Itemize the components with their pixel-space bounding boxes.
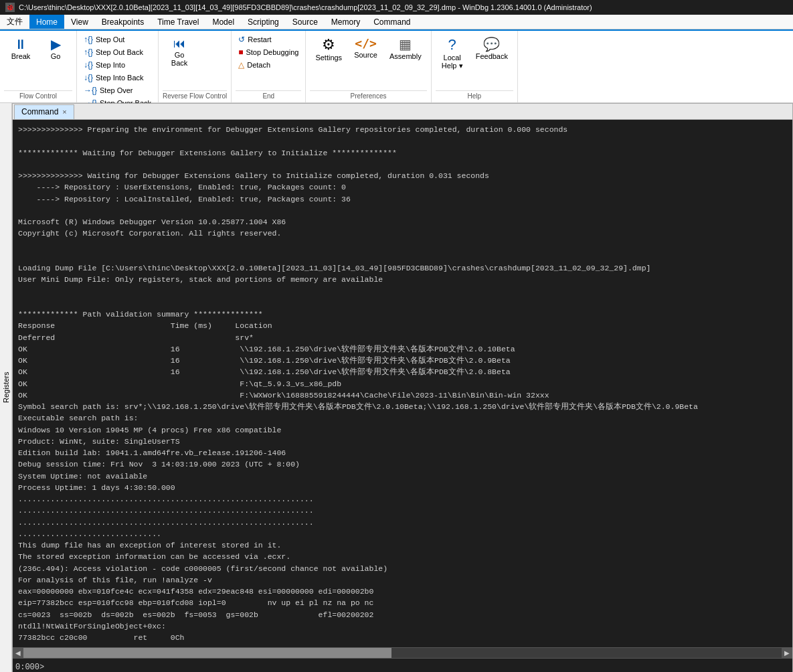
step-over-button[interactable]: →{} Step Over bbox=[81, 84, 154, 96]
command-tab-close[interactable]: × bbox=[62, 108, 66, 116]
step-into-button[interactable]: ↓{} Step Into bbox=[81, 59, 154, 71]
app-container: 🐞 C:\Users\thinc\Desktop\XXX[2.0.10Beta]… bbox=[0, 0, 793, 672]
menu-bar: 文件 Home View Breakpoints Time Travel Mod… bbox=[0, 15, 793, 29]
step-out-button[interactable]: ↑{} Step Out bbox=[81, 33, 154, 46]
source-icon: </> bbox=[355, 37, 377, 50]
detach-icon: △ bbox=[238, 60, 244, 70]
scroll-track[interactable] bbox=[23, 648, 782, 658]
step-over-label: Step Over bbox=[100, 86, 133, 94]
command-output[interactable]: >>>>>>>>>>>>>> Preparing the environment… bbox=[13, 120, 792, 647]
source-button[interactable]: </> Source bbox=[349, 33, 383, 63]
help-content: ? LocalHelp ▾ 💬 Feedback bbox=[436, 33, 513, 89]
main-area: Registers Memory 0 Command × >>>>>>>>>>>… bbox=[0, 103, 793, 672]
step-into-icon: ↓{} bbox=[84, 60, 93, 70]
menu-item-time-travel[interactable]: Time Travel bbox=[151, 15, 205, 29]
go-back-button[interactable]: ⏮ GoBack bbox=[163, 33, 196, 71]
content-area: Command × >>>>>>>>>>>>>> Preparing the e… bbox=[12, 103, 793, 672]
menu-item-command[interactable]: Command bbox=[367, 15, 417, 29]
feedback-icon: 💬 bbox=[483, 37, 500, 51]
menu-item-source[interactable]: Source bbox=[286, 15, 325, 29]
command-panel: Command × >>>>>>>>>>>>>> Preparing the e… bbox=[12, 103, 793, 672]
flow-control-label: Flow Control bbox=[4, 90, 72, 102]
end-group-label: End bbox=[236, 90, 301, 102]
source-label: Source bbox=[354, 51, 377, 59]
feedback-button[interactable]: 💬 Feedback bbox=[470, 33, 513, 64]
settings-label: Settings bbox=[315, 54, 342, 62]
step-out-icon: ↑{} bbox=[84, 35, 93, 44]
menu-item-file[interactable]: 文件 bbox=[0, 15, 29, 29]
end-column: ↺ Restart ■ Stop Debugging △ Detach bbox=[236, 33, 301, 71]
command-prompt: 0:000> bbox=[15, 663, 44, 672]
scroll-left-arrow[interactable]: ◀ bbox=[13, 648, 23, 659]
ribbon-group-goback: ⏮ GoBack Reverse Flow Control bbox=[159, 31, 232, 102]
help-icon: ? bbox=[448, 37, 456, 52]
ribbon-group-flow-control: ⏸ Break ▶ Go Flow Control bbox=[0, 31, 77, 102]
app-icon: 🐞 bbox=[5, 3, 15, 12]
ribbon: ⏸ Break ▶ Go Flow Control ↑{} Step Out bbox=[0, 29, 793, 103]
end-content: ↺ Restart ■ Stop Debugging △ Detach bbox=[236, 33, 301, 89]
restart-icon: ↺ bbox=[238, 35, 245, 44]
stop-icon: ■ bbox=[238, 48, 243, 57]
assembly-label: Assembly bbox=[389, 52, 422, 60]
goback-label: GoBack bbox=[171, 51, 187, 67]
settings-button[interactable]: ⚙ Settings bbox=[310, 33, 347, 66]
step-over-icon: →{} bbox=[84, 86, 97, 95]
menu-item-model[interactable]: Model bbox=[205, 15, 241, 29]
menu-item-view[interactable]: View bbox=[64, 15, 95, 29]
step-into-back-label: Step Into Back bbox=[96, 74, 144, 82]
local-help-label: LocalHelp ▾ bbox=[442, 54, 463, 70]
left-tab-registers[interactable]: Registers bbox=[1, 106, 11, 669]
pause-icon: ⏸ bbox=[14, 37, 27, 51]
goback-icon: ⏮ bbox=[173, 37, 185, 50]
menu-item-scripting[interactable]: Scripting bbox=[241, 15, 286, 29]
scroll-thumb[interactable] bbox=[23, 648, 391, 658]
stop-debug-button[interactable]: ■ Stop Debugging bbox=[236, 46, 301, 58]
assembly-button[interactable]: ▦ Assembly bbox=[384, 33, 427, 64]
command-tab[interactable]: Command × bbox=[14, 104, 74, 119]
command-input-field[interactable] bbox=[46, 663, 790, 672]
stop-debug-label: Stop Debugging bbox=[246, 48, 298, 56]
local-help-button[interactable]: ? LocalHelp ▾ bbox=[436, 33, 469, 74]
ribbon-group-step: ↑{} Step Out ↑{} Step Out Back ↓{} Step … bbox=[77, 31, 159, 102]
title-bar: 🐞 C:\Users\thinc\Desktop\XXX[2.0.10Beta]… bbox=[0, 0, 793, 15]
assembly-icon: ▦ bbox=[399, 37, 412, 51]
break-button[interactable]: ⏸ Break bbox=[4, 33, 37, 64]
restart-button[interactable]: ↺ Restart bbox=[236, 33, 301, 46]
step-out-label: Step Out bbox=[96, 35, 124, 44]
left-tabs: Registers Memory 0 bbox=[0, 103, 12, 672]
menu-item-memory[interactable]: Memory bbox=[325, 15, 367, 29]
detach-button[interactable]: △ Detach bbox=[236, 59, 301, 71]
step-into-back-icon: ↓{} bbox=[84, 73, 93, 82]
step-column: ↑{} Step Out ↑{} Step Out Back ↓{} Step … bbox=[81, 33, 154, 109]
go-label: Go bbox=[51, 52, 61, 60]
step-out-back-button[interactable]: ↑{} Step Out Back bbox=[81, 46, 154, 58]
ribbon-group-flow-content: ⏸ Break ▶ Go bbox=[4, 33, 72, 89]
left-tab-memory[interactable]: Memory 0 bbox=[0, 106, 1, 669]
feedback-label: Feedback bbox=[476, 52, 508, 60]
command-tab-bar: Command × bbox=[13, 104, 792, 120]
break-label: Break bbox=[11, 52, 31, 60]
play-icon: ▶ bbox=[51, 37, 61, 51]
ribbon-group-end: ↺ Restart ■ Stop Debugging △ Detach End bbox=[232, 31, 306, 102]
step-out-back-icon: ↑{} bbox=[84, 48, 93, 57]
preferences-content: ⚙ Settings </> Source ▦ Assembly bbox=[310, 33, 426, 89]
menu-item-breakpoints[interactable]: Breakpoints bbox=[95, 15, 151, 29]
scroll-right-arrow[interactable]: ▶ bbox=[782, 648, 792, 659]
restart-label: Restart bbox=[248, 35, 271, 44]
ribbon-group-help: ? LocalHelp ▾ 💬 Feedback Help bbox=[432, 31, 518, 102]
help-group-label: Help bbox=[436, 90, 513, 102]
detach-label: Detach bbox=[247, 61, 270, 69]
ribbon-group-step-content: ↑{} Step Out ↑{} Step Out Back ↓{} Step … bbox=[81, 33, 154, 109]
go-button[interactable]: ▶ Go bbox=[39, 33, 72, 64]
settings-icon: ⚙ bbox=[322, 37, 335, 52]
step-into-back-button[interactable]: ↓{} Step Into Back bbox=[81, 72, 154, 84]
ribbon-group-preferences: ⚙ Settings </> Source ▦ Assembly Prefere… bbox=[306, 31, 431, 102]
goback-content: ⏮ GoBack bbox=[163, 33, 227, 89]
step-out-back-label: Step Out Back bbox=[96, 48, 143, 56]
menu-item-home[interactable]: Home bbox=[29, 15, 64, 29]
command-tab-label: Command bbox=[21, 107, 58, 116]
horizontal-scrollbar[interactable]: ◀ ▶ bbox=[13, 647, 792, 658]
command-input-bar: 0:000> bbox=[13, 658, 792, 672]
title-text: C:\Users\thinc\Desktop\XXX[2.0.10Beta][2… bbox=[19, 3, 592, 11]
reverse-flow-label: Reverse Flow Control bbox=[163, 90, 227, 102]
